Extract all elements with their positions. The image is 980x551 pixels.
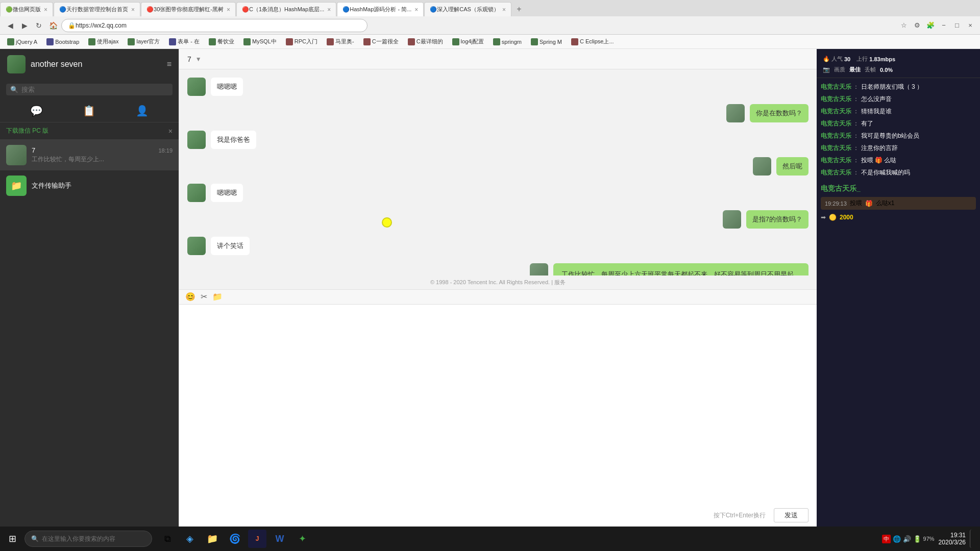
bookmark-rpc[interactable]: RPC入门 — [283, 36, 321, 47]
forward-button[interactable]: ▶ — [18, 19, 31, 32]
tab-cas[interactable]: 🔵 深入理解CAS（乐观锁） × — [424, 2, 511, 16]
bookmark-icon[interactable]: ☆ — [898, 20, 910, 31]
extensions-icon[interactable]: 🧩 — [925, 20, 936, 31]
volume-icon[interactable]: 🔊 — [903, 535, 911, 543]
tab-close[interactable]: × — [327, 6, 331, 13]
bookmark-label: jQuery A — [16, 39, 37, 45]
tab-icon: 🔵 — [342, 6, 350, 13]
show-desktop-button[interactable] — [970, 530, 974, 548]
bookmark-favicon — [363, 38, 371, 45]
start-button[interactable]: ⊞ — [0, 527, 24, 551]
bookmark-detail[interactable]: C最详细的 — [405, 36, 446, 47]
search-box[interactable]: 🔍 — [6, 84, 173, 95]
settings-icon[interactable]: ⚙ — [912, 20, 923, 31]
download-banner: 下载微信 PC 版 × — [0, 122, 179, 140]
bookmark-mysql[interactable]: MySQL中 — [240, 36, 280, 47]
nav-profile-icon[interactable]: 👤 — [134, 103, 151, 119]
nav-contacts-icon[interactable]: 📋 — [81, 103, 97, 119]
live-message: 电竞古天乐 ： 注意你的言辞 — [821, 143, 976, 153]
taskbar-explorer-icon[interactable]: 📁 — [203, 530, 222, 548]
bookmark-jquery[interactable]: jQuery A — [4, 36, 40, 47]
chat-item-7[interactable]: 7 18:19 工作比较忙，每周至少上... — [0, 140, 179, 170]
live-colon: ： — [853, 157, 859, 164]
folder-button[interactable]: 📁 — [212, 292, 223, 302]
taskbar-jetbrains-icon[interactable]: J — [248, 530, 266, 548]
live-content: 怎么没声音 — [861, 95, 892, 103]
bookmark-ajax[interactable]: 使用ajax — [85, 36, 121, 47]
chat-input-area[interactable] — [179, 305, 817, 505]
message-bubble: 然后呢 — [776, 157, 808, 176]
message-avatar — [726, 104, 745, 122]
bookmark-favicon — [243, 38, 251, 45]
taskbar-search[interactable]: 🔍 — [24, 531, 152, 547]
tab-icon: 🔴 — [242, 6, 249, 13]
download-close-button[interactable]: × — [168, 127, 173, 135]
download-text[interactable]: 下载微信 PC 版 — [6, 127, 164, 135]
chat-input[interactable] — [187, 310, 808, 499]
back-button[interactable]: ◀ — [4, 19, 16, 32]
tab-bar: 🟢 微信网页版 × 🔵 天行数据管理控制台首页 × 🔴 30张图带你彻底理解红-… — [0, 0, 980, 16]
minimize-icon[interactable]: − — [938, 20, 949, 31]
tab-close[interactable]: × — [502, 6, 506, 13]
taskbar-search-input[interactable] — [42, 535, 144, 542]
bookmark-favicon — [128, 38, 135, 45]
bookmark-favicon — [209, 38, 216, 45]
bookmark-full[interactable]: C一篇很全 — [360, 36, 402, 47]
tab-tianxing[interactable]: 🔵 天行数据管理控制台首页 × — [54, 2, 140, 16]
taskbar-edge-icon[interactable]: ◈ — [181, 530, 199, 548]
chat-item-file-transfer[interactable]: 📁 文件传输助手 — [0, 170, 179, 201]
tab-close[interactable]: × — [44, 6, 47, 13]
search-input[interactable] — [21, 86, 168, 93]
tab-hashmap2[interactable]: 🔵 HashMap源码分析 - 简... × — [337, 2, 424, 16]
popularity-value: 30 — [844, 56, 850, 62]
message-row: 我是你爸爸 — [187, 131, 808, 149]
maximize-icon[interactable]: □ — [951, 20, 963, 31]
taskbar-app-icon[interactable]: ✦ — [293, 530, 311, 548]
tab-wechat[interactable]: 🟢 微信网页版 × — [0, 2, 53, 16]
taskbar-word-icon[interactable]: W — [271, 530, 289, 548]
wechat-menu-button[interactable]: ≡ — [167, 60, 172, 69]
scissors-button[interactable]: ✂ — [201, 292, 207, 302]
address-bar[interactable]: 🔒 https://wx2.qq.com — [61, 19, 368, 32]
message-row: 是指7的倍数吗？ — [187, 210, 808, 229]
bookmark-bootstrap[interactable]: Bootstrap — [43, 36, 82, 47]
taskbar-cortana-icon[interactable]: 🌀 — [226, 530, 244, 548]
home-button[interactable]: 🏠 — [47, 19, 59, 32]
nav-chat-icon[interactable]: 💬 — [28, 103, 45, 119]
send-button[interactable]: 发送 — [774, 508, 808, 522]
bookmark-springm[interactable]: springm — [490, 36, 525, 47]
chat-header: 7 ▼ — [179, 49, 817, 69]
battery-icon[interactable]: 🔋 — [913, 535, 921, 543]
wechat-sidebar: another seven ≡ 🔍 💬 📋 👤 下载微信 PC 版 × — [0, 49, 179, 527]
tab-close[interactable]: × — [131, 6, 135, 13]
input-method-icon[interactable]: 中 — [882, 535, 891, 543]
tab-close[interactable]: × — [414, 6, 418, 13]
live-message: 电竞古天乐_ — [821, 183, 976, 194]
bookmark-eclipse[interactable]: C Eclipse上... — [568, 36, 617, 47]
quality-value: 最佳 — [849, 66, 861, 73]
bookmark-springmvc[interactable]: Spring M — [528, 36, 565, 47]
taskbar-task-view[interactable]: ⧉ — [158, 530, 177, 548]
taskbar: ⊞ 🔍 ⧉ ◈ 📁 🌀 J W ✦ 中 🌐 🔊 🔋 97% 19:31 2020… — [0, 527, 980, 551]
chat-avatar — [6, 145, 27, 165]
new-tab-button[interactable]: + — [512, 2, 526, 16]
upload-label: 上行 — [856, 55, 868, 63]
bookmark-label: C一篇很全 — [372, 38, 399, 45]
bookmark-restaurant[interactable]: 餐饮业 — [206, 36, 237, 47]
network-icon[interactable]: 🌐 — [893, 535, 901, 543]
member-count-button[interactable]: ▼ — [195, 56, 202, 63]
close-window-icon[interactable]: × — [965, 20, 976, 31]
bookmark-favicon — [452, 38, 459, 45]
emoji-button[interactable]: 😊 — [185, 292, 195, 302]
message-row: 工作比较忙，每周至少上六天班平常每天都起不来，好不容易等到周日不用早起，结果周日… — [187, 263, 808, 276]
bookmark-mario[interactable]: 马里奥- — [324, 36, 357, 47]
tab-hashmap1[interactable]: 🔴 C（1条消息）HashMap底层... × — [236, 2, 336, 16]
tab-close[interactable]: × — [227, 6, 230, 13]
bookmark-log4j[interactable]: log4j配置 — [449, 36, 487, 47]
bookmark-layer[interactable]: layer官方 — [125, 36, 163, 47]
live-username: 电竞古天乐 — [821, 95, 851, 103]
reload-button[interactable]: ↻ — [33, 19, 45, 32]
tab-rbtree[interactable]: 🔴 30张图带你彻底理解红-黑树 × — [141, 2, 236, 16]
bookmark-form[interactable]: 表单 - 在 — [166, 36, 203, 47]
bookmark-favicon — [88, 38, 95, 45]
